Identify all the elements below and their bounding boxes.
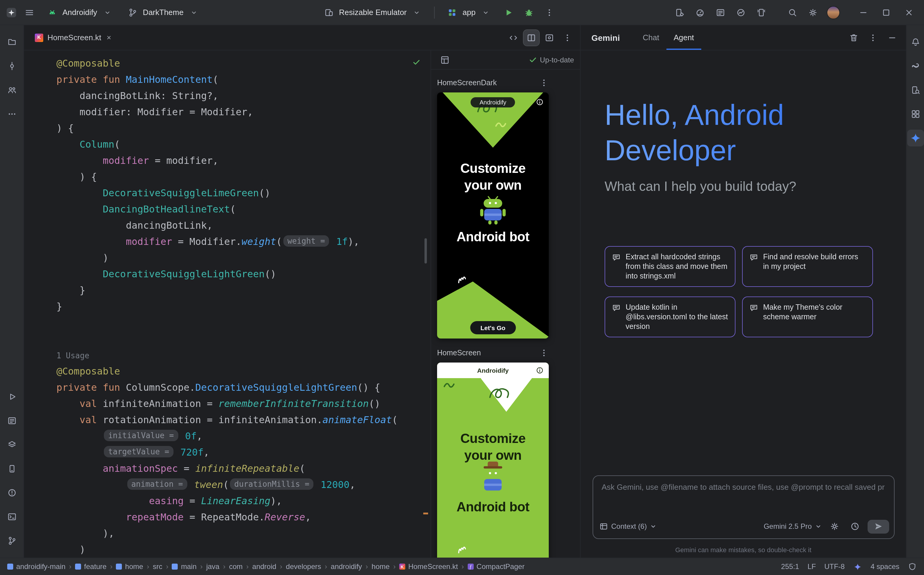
file-encoding[interactable]: UTF-8	[824, 562, 845, 571]
scrollbar-thumb[interactable]	[425, 238, 427, 264]
breadcrumb-item-java[interactable]: java	[206, 562, 219, 571]
code-line[interactable]: val infiniteAnimation = rememberInfinite…	[56, 396, 431, 412]
preview-layout-button[interactable]	[437, 52, 453, 68]
model-selector[interactable]: Gemini 2.5 Pro	[764, 522, 822, 531]
breadcrumb-item-feature[interactable]: feature	[75, 562, 107, 571]
code-line[interactable]: @Composable	[56, 55, 431, 71]
terminal-button[interactable]	[3, 508, 20, 525]
suggestion-card-3[interactable]: Update kotlin in @libs.version.toml to t…	[604, 297, 735, 337]
editor-more-button[interactable]	[560, 30, 575, 45]
gemini-more-button[interactable]	[865, 30, 881, 45]
suggestion-card-2[interactable]: Find and resolve build errors in my proj…	[742, 246, 873, 287]
main-menu-button[interactable]	[21, 3, 38, 21]
logcat-button[interactable]	[711, 3, 730, 21]
code-line[interactable]: animationSpec = infiniteRepeatable(	[56, 461, 431, 477]
code-line[interactable]: )	[56, 542, 431, 558]
project-selector[interactable]: Androidify	[41, 3, 119, 21]
breadcrumb-item-com[interactable]: com	[229, 562, 243, 571]
breadcrumb-item-CompactPager[interactable]: fCompactPager	[468, 562, 525, 571]
breadcrumb-item-main[interactable]: main	[172, 562, 197, 571]
breadcrumb-item-androidify-main[interactable]: androidify-main	[7, 562, 65, 571]
inspections-ok-icon[interactable]	[409, 55, 423, 68]
run-button[interactable]	[499, 3, 517, 21]
code-line[interactable]: easing = LinearEasing),	[56, 493, 431, 509]
code-line[interactable]: dancingBotLink,	[56, 217, 431, 233]
code-line[interactable]: modifier = modifier,	[56, 152, 431, 168]
breadcrumb-item-androidify[interactable]: androidify	[331, 562, 362, 571]
breadcrumb-item-src[interactable]: src	[153, 562, 162, 571]
code-line[interactable]: private fun MainHomeContent(	[56, 71, 431, 87]
code-line[interactable]: )	[56, 250, 431, 266]
code-line[interactable]: ) {	[56, 120, 431, 136]
editor-scrollbar[interactable]	[423, 51, 429, 558]
code-line[interactable]: @Composable	[56, 363, 431, 379]
build-variants-button[interactable]	[3, 436, 20, 453]
context-chip[interactable]: Context (6)	[599, 522, 657, 531]
code-line[interactable]: }	[56, 298, 431, 315]
code-line[interactable]: animation = tween(durationMillis = 12000…	[56, 477, 431, 493]
tab-close-icon[interactable]: ×	[107, 33, 111, 42]
preview-card-HomeScreenDark[interactable]: AndroidifyCustomizeyour ownAndroid botLe…	[437, 92, 549, 338]
window-minimize-button[interactable]	[853, 0, 873, 25]
preview-card-HomeScreen[interactable]: AndroidifyCustomizeyour ownAndroid bot	[437, 362, 549, 558]
line-separator[interactable]: LF	[808, 562, 816, 571]
running-devices-button[interactable]	[3, 461, 20, 477]
code-line[interactable]: private fun ColumnScope.DecorativeSquigg…	[56, 379, 431, 396]
device-explorer-button[interactable]	[907, 82, 924, 98]
window-maximize-button[interactable]	[876, 0, 896, 25]
send-button[interactable]	[868, 519, 889, 533]
gemini-button[interactable]	[907, 130, 924, 146]
app-quality-insights-button[interactable]	[732, 3, 750, 21]
more-tool-windows-button[interactable]	[3, 106, 20, 122]
preview-menu-icon[interactable]	[539, 78, 549, 87]
tab-chat[interactable]: Chat	[636, 25, 666, 50]
profiler-button[interactable]	[691, 3, 709, 21]
suggestion-card-1[interactable]: Extract all hardcoded strings from this …	[604, 246, 735, 287]
code-line[interactable]: Column(	[56, 136, 431, 152]
project-button[interactable]	[3, 33, 20, 51]
indent-setting[interactable]: 4 spaces	[871, 562, 899, 571]
device-manager-button[interactable]	[671, 3, 689, 21]
breadcrumb-item-HomeScreen.kt[interactable]: KHomeScreen.kt	[399, 562, 458, 571]
code-line[interactable]: ),	[56, 525, 431, 542]
device-streaming-button[interactable]	[752, 3, 770, 21]
settings-button[interactable]	[804, 3, 822, 21]
device-selector[interactable]: Resizable Emulator	[317, 3, 428, 21]
code-line[interactable]: repeatMode = RepeatMode.Reverse,	[56, 509, 431, 525]
breadcrumb-item-android[interactable]: android	[252, 562, 276, 571]
debug-button[interactable]	[520, 3, 538, 21]
history-button[interactable]	[847, 519, 863, 534]
code-line[interactable]: modifier: Modifier = Modifier,	[56, 104, 431, 120]
suggestion-card-4[interactable]: Make my Theme's color scheme warmer	[742, 297, 873, 337]
gemini-settings-button[interactable]	[827, 519, 842, 534]
code-line[interactable]: 1 Usage	[56, 347, 431, 363]
more-run-options-button[interactable]	[540, 3, 558, 21]
search-everywhere-button[interactable]	[784, 3, 802, 21]
pull-requests-button[interactable]	[3, 82, 20, 98]
notifications-button[interactable]	[907, 33, 924, 51]
problems-button[interactable]	[3, 484, 20, 501]
vcs-branch-selector[interactable]: DarkTheme	[121, 3, 205, 21]
code-editor[interactable]: @Composableprivate fun MainHomeContent( …	[24, 51, 431, 558]
version-control-button[interactable]	[3, 532, 20, 549]
code-line[interactable]: initialValue = 0f,	[56, 428, 431, 444]
code-line[interactable]: DecorativeSquiggleLimeGreen()	[56, 185, 431, 201]
code-line[interactable]: ) {	[56, 168, 431, 185]
resource-manager-button[interactable]	[907, 106, 924, 122]
ai-spark-icon[interactable]	[853, 562, 862, 571]
code-line[interactable]: dancingBotLink: String?,	[56, 87, 431, 104]
tab-agent[interactable]: Agent	[666, 25, 701, 50]
run-configuration-selector[interactable]: app	[441, 3, 497, 21]
breadcrumb-item-developers[interactable]: developers	[286, 562, 321, 571]
code-line[interactable]: }	[56, 282, 431, 298]
design-view-button[interactable]	[542, 30, 557, 45]
breadcrumb-item-home[interactable]: home	[116, 562, 143, 571]
code-line[interactable]: DecorativeSquiggleLightGreen()	[56, 266, 431, 282]
clear-chat-button[interactable]	[846, 30, 862, 45]
caret-position[interactable]: 255:1	[781, 562, 799, 571]
hide-panel-button[interactable]	[884, 30, 900, 45]
code-line[interactable]	[56, 331, 431, 347]
tab-homescreen-kt[interactable]: K HomeScreen.kt ×	[29, 25, 117, 50]
code-line[interactable]	[56, 315, 431, 331]
split-view-button[interactable]	[523, 30, 539, 45]
